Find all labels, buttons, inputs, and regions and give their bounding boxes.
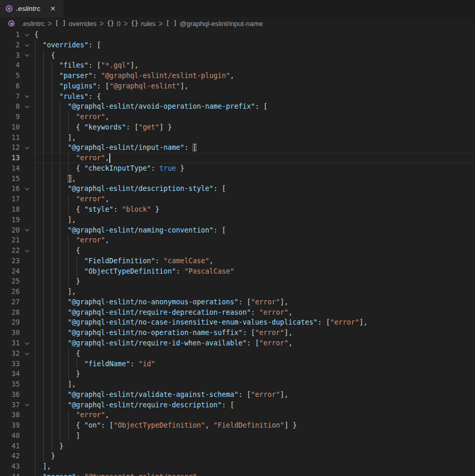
fold-chevron[interactable] <box>20 30 34 40</box>
code-line[interactable]: 25 } <box>0 276 475 287</box>
code-line[interactable]: 28 "@graphql-eslint/require-deprecation-… <box>0 307 475 318</box>
fold-chevron[interactable] <box>20 92 34 102</box>
code-line[interactable]: 14 { "checkInputType": true } <box>0 163 475 174</box>
code-content[interactable]: } <box>34 451 475 461</box>
code-content[interactable]: { "checkInputType": true } <box>34 163 475 174</box>
code-line[interactable]: 29 "@graphql-eslint/no-case-insensitive-… <box>0 317 475 328</box>
code-line[interactable]: 12 "@graphql-eslint/input-name": [ <box>0 143 475 153</box>
code-line[interactable]: 42 } <box>0 451 475 461</box>
code-content[interactable]: "FieldDefinition": "camelCase", <box>34 256 475 266</box>
code-content[interactable]: "error", <box>34 153 475 163</box>
code-content[interactable]: { <box>34 246 475 256</box>
code-line[interactable]: 20 "@graphql-eslint/naming-convention": … <box>0 225 475 236</box>
code-content[interactable]: "error", <box>34 194 475 204</box>
code-line[interactable]: 39 { "on": ["ObjectTypeDefinition", "Fie… <box>0 420 475 431</box>
breadcrumb-item-0[interactable]: {}0 <box>107 20 121 28</box>
code-content[interactable]: "fieldName": "id" <box>34 359 475 369</box>
code-content[interactable]: ], <box>34 133 475 143</box>
code-line[interactable]: 35 ], <box>0 379 475 390</box>
code-line[interactable]: 8 "@graphql-eslint/avoid-operation-name-… <box>0 101 475 112</box>
code-content[interactable]: } <box>34 441 475 452</box>
code-content[interactable]: { <box>34 50 475 61</box>
fold-chevron[interactable] <box>20 225 34 236</box>
code-line[interactable]: 40 ] <box>0 431 475 441</box>
code-content[interactable]: "@graphql-eslint/require-description": [ <box>34 400 475 410</box>
code-line[interactable]: 34 } <box>0 369 475 379</box>
code-content[interactable]: { <box>34 30 475 40</box>
code-content[interactable]: "@graphql-eslint/require-id-when-availab… <box>34 338 475 349</box>
code-line[interactable]: 30 "@graphql-eslint/no-operation-name-su… <box>0 328 475 338</box>
code-line[interactable]: 10 { "keywords": ["get"] } <box>0 122 475 133</box>
code-content[interactable]: "error", <box>34 410 475 420</box>
code-content[interactable]: "ObjectTypeDefinition": "PascalCase" <box>34 266 475 277</box>
code-line[interactable]: 22 { <box>0 246 475 256</box>
code-content[interactable]: ], <box>34 215 475 225</box>
code-content[interactable]: { "keywords": ["get"] } <box>34 122 475 133</box>
code-content[interactable]: "overrides": [ <box>34 40 475 50</box>
code-line[interactable]: 31 "@graphql-eslint/require-id-when-avai… <box>0 338 475 349</box>
code-content[interactable]: { "style": "block" } <box>34 204 475 215</box>
code-line[interactable]: 43 ], <box>0 461 475 472</box>
code-content[interactable]: "error", <box>34 112 475 122</box>
breadcrumb-item--graphql-eslint-input-name[interactable]: [ ]@graphql-eslint/input-name <box>166 20 263 28</box>
code-line[interactable]: 7 "rules": { <box>0 92 475 102</box>
code-line[interactable]: 33 "fieldName": "id" <box>0 359 475 369</box>
code-content[interactable]: "@graphql-eslint/require-deprecation-rea… <box>34 307 475 318</box>
code-line[interactable]: 19 ], <box>0 215 475 225</box>
fold-chevron[interactable] <box>20 400 34 410</box>
code-content[interactable]: "@graphql-eslint/no-case-insensitive-enu… <box>34 317 475 328</box>
code-content[interactable]: "files": ["*.gql"], <box>34 60 475 71</box>
code-line[interactable]: 18 { "style": "block" } <box>0 204 475 215</box>
fold-chevron[interactable] <box>20 101 34 112</box>
code-line[interactable]: 2 "overrides": [ <box>0 40 475 50</box>
code-content[interactable]: ], <box>34 287 475 297</box>
close-icon[interactable]: × <box>48 4 58 14</box>
breadcrumb-item-rules[interactable]: {}rules <box>131 20 156 28</box>
code-line[interactable]: 16 "@graphql-eslint/description-style": … <box>0 184 475 194</box>
code-line[interactable]: 36 "@graphql-eslint/validate-against-sch… <box>0 390 475 400</box>
code-content[interactable]: { "on": ["ObjectTypeDefinition", "FieldD… <box>34 420 475 431</box>
code-content[interactable]: { <box>34 349 475 359</box>
fold-chevron[interactable] <box>20 50 34 61</box>
code-content[interactable]: } <box>34 276 475 287</box>
code-content[interactable]: "@graphql-eslint/no-operation-name-suffi… <box>34 328 475 338</box>
code-content[interactable]: "@graphql-eslint/description-style": [ <box>34 184 475 194</box>
code-line[interactable]: 15 ], <box>0 174 475 184</box>
code-line[interactable]: 21 "error", <box>0 235 475 246</box>
code-content[interactable]: ], <box>34 379 475 390</box>
code-line[interactable]: 4 "files": ["*.gql"], <box>0 60 475 71</box>
fold-chevron[interactable] <box>20 349 34 359</box>
fold-chevron[interactable] <box>20 184 34 194</box>
code-line[interactable]: 26 ], <box>0 287 475 297</box>
code-line[interactable]: 5 "parser": "@graphql-eslint/eslint-plug… <box>0 71 475 81</box>
code-content[interactable]: "@graphql-eslint/avoid-operation-name-pr… <box>34 101 475 112</box>
code-content[interactable]: "parser": "@typescript-eslint/parser" <box>34 472 475 476</box>
code-line[interactable]: 1{ <box>0 30 475 40</box>
code-line[interactable]: 32 { <box>0 349 475 359</box>
breadcrumb-item--eslintrc[interactable]: .eslintrc <box>8 20 45 28</box>
fold-chevron[interactable] <box>20 338 34 349</box>
tab-eslintrc[interactable]: .eslintrc × <box>0 0 63 17</box>
fold-chevron[interactable] <box>20 246 34 256</box>
editor[interactable]: 1{2 "overrides": [3 {4 "files": ["*.gql"… <box>0 30 475 476</box>
code-line[interactable]: 27 "@graphql-eslint/no-anonymous-operati… <box>0 297 475 307</box>
code-content[interactable]: "error", <box>34 235 475 246</box>
fold-chevron[interactable] <box>20 143 34 153</box>
code-line[interactable]: 44 "parser": "@typescript-eslint/parser" <box>0 472 475 476</box>
code-content[interactable]: "@graphql-eslint/no-anonymous-operations… <box>34 297 475 307</box>
code-line[interactable]: 38 "error", <box>0 410 475 420</box>
code-content[interactable]: "parser": "@graphql-eslint/eslint-plugin… <box>34 71 475 81</box>
breadcrumb-item-overrides[interactable]: [ ]overrides <box>55 20 96 28</box>
code-content[interactable]: ] <box>34 431 475 441</box>
code-line[interactable]: 24 "ObjectTypeDefinition": "PascalCase" <box>0 266 475 277</box>
fold-chevron[interactable] <box>20 40 34 50</box>
code-line[interactable]: 13 "error", <box>0 153 475 163</box>
code-line[interactable]: 11 ], <box>0 133 475 143</box>
code-content[interactable]: ], <box>34 174 475 184</box>
code-content[interactable]: "@graphql-eslint/naming-convention": [ <box>34 225 475 236</box>
code-line[interactable]: 6 "plugins": ["@graphql-eslint"], <box>0 81 475 92</box>
code-content[interactable]: "rules": { <box>34 92 475 102</box>
code-line[interactable]: 23 "FieldDefinition": "camelCase", <box>0 256 475 266</box>
code-line[interactable]: 3 { <box>0 50 475 61</box>
code-line[interactable]: 17 "error", <box>0 194 475 204</box>
